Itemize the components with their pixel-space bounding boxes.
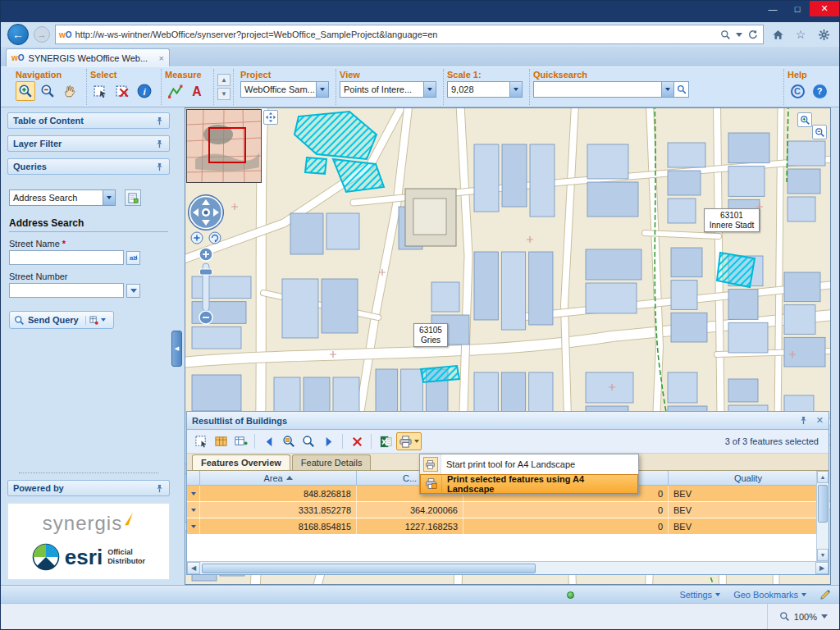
pin-icon[interactable] <box>155 162 164 171</box>
pan-center-icon[interactable] <box>204 211 208 215</box>
query-type-select[interactable]: Address Search <box>9 189 116 206</box>
menu-item-print-selected[interactable]: Print selected features using A4 Landsca… <box>420 474 638 494</box>
info-tool-button[interactable]: i <box>135 81 154 101</box>
street-name-input[interactable] <box>9 250 124 265</box>
query-form-button[interactable] <box>125 189 141 206</box>
quicksearch-go-button[interactable] <box>673 82 688 97</box>
refresh-icon[interactable] <box>747 30 758 40</box>
query-type-dropdown-icon[interactable] <box>103 190 115 205</box>
send-query-dropdown-icon[interactable] <box>101 318 106 322</box>
tab-feature-details[interactable]: Feature Details <box>292 454 372 470</box>
address-bar[interactable]: wO http://w-ws-wintner/WebOffice/synserv… <box>55 25 764 44</box>
panel-table-of-content[interactable]: Table of Content <box>7 112 170 129</box>
scroll-up-icon[interactable]: ▲ <box>817 471 829 483</box>
zoom-slider-thumb[interactable] <box>200 269 212 275</box>
view-select[interactable]: Points of Intere... <box>340 81 436 98</box>
map-zoom-in-button[interactable] <box>797 112 812 127</box>
tab-features-overview[interactable]: Features Overview <box>192 454 290 470</box>
horizontal-scrollbar[interactable]: ◀ ▶ <box>187 561 829 574</box>
zoom-to-feature-button[interactable] <box>299 432 317 450</box>
zoom-control[interactable]: 100% <box>767 604 839 629</box>
row-menu-icon[interactable] <box>187 486 200 501</box>
zoom-dropdown-icon[interactable] <box>821 614 828 619</box>
search-icon[interactable] <box>720 30 731 40</box>
settings-gear-icon[interactable] <box>815 25 833 43</box>
scale-select[interactable]: 9,028 <box>447 81 523 98</box>
print-dropdown-icon[interactable] <box>414 440 419 443</box>
pin-icon[interactable] <box>155 116 164 126</box>
clear-selection-button[interactable] <box>112 81 132 101</box>
hscroll-thumb[interactable] <box>202 564 536 573</box>
next-feature-button[interactable] <box>319 432 337 450</box>
panel-queries[interactable]: Queries <box>7 158 170 175</box>
zoom-out-tool-button[interactable] <box>38 81 57 101</box>
zoom-to-selection-button[interactable] <box>280 432 298 450</box>
quicksearch-dropdown-icon[interactable] <box>661 82 673 97</box>
geo-bookmarks-link[interactable]: Geo Bookmarks <box>733 590 806 600</box>
url-dropdown-icon[interactable] <box>736 33 742 37</box>
street-name-picker-button[interactable]: ab <box>126 251 140 265</box>
table-row[interactable]: 3331.852278 364.200066 0 BEV <box>187 502 829 518</box>
row-menu-icon[interactable] <box>187 502 200 518</box>
overview-map[interactable] <box>186 109 262 183</box>
pan-tool-button[interactable] <box>60 81 80 101</box>
query-options-icon[interactable] <box>89 316 98 325</box>
maximize-button[interactable]: □ <box>785 1 810 16</box>
project-dropdown-icon[interactable] <box>316 82 328 97</box>
column-header-area[interactable]: Area <box>200 471 357 485</box>
toolbar-scroll-up-icon[interactable]: ▲ <box>217 74 231 86</box>
row-menu-icon[interactable] <box>187 518 200 534</box>
selected-feature[interactable] <box>305 158 326 174</box>
pin-icon[interactable] <box>799 416 808 425</box>
pan-compass[interactable] <box>189 195 224 231</box>
table-row[interactable]: 8168.854815 1227.168253 0 BEV <box>187 518 829 535</box>
print-button[interactable] <box>396 432 422 450</box>
street-number-dropdown-button[interactable] <box>126 284 140 298</box>
edit-pencil-icon[interactable] <box>819 589 831 600</box>
column-settings-button[interactable] <box>231 432 249 450</box>
select-features-button[interactable] <box>90 81 110 101</box>
scroll-down-icon[interactable]: ▼ <box>817 549 829 561</box>
map-zoom-out-button[interactable] <box>812 125 827 139</box>
scale-dropdown-icon[interactable] <box>509 82 522 97</box>
result-panel-header[interactable]: Resultlist of Buildings ✕ <box>187 412 829 430</box>
help-button[interactable]: ? <box>810 81 829 101</box>
toolbar-scroll-down-icon[interactable]: ▼ <box>217 88 231 100</box>
home-icon[interactable] <box>769 25 787 43</box>
panel-powered-by[interactable]: Powered by <box>7 480 170 496</box>
vscroll-thumb[interactable] <box>818 485 828 523</box>
show-table-button[interactable] <box>212 432 230 450</box>
selected-feature[interactable] <box>421 366 459 382</box>
result-panel-close-icon[interactable]: ✕ <box>816 415 824 426</box>
previous-feature-button[interactable] <box>260 432 278 450</box>
vertical-scrollbar[interactable]: ▲ ▼ <box>816 471 829 561</box>
measure-tool-button[interactable] <box>165 81 185 101</box>
project-select[interactable]: WebOffice Sam... <box>240 81 329 98</box>
sidebar-collapse-button[interactable]: ◀ <box>171 331 182 367</box>
pin-icon[interactable] <box>155 139 164 148</box>
forward-button[interactable]: → <box>34 26 50 43</box>
identify-result-button[interactable] <box>192 432 210 450</box>
url-text[interactable]: http://w-ws-wintner/WebOffice/synserver?… <box>75 30 715 39</box>
excel-export-button[interactable] <box>377 432 395 450</box>
street-number-input[interactable] <box>9 283 124 298</box>
close-button[interactable]: ✕ <box>810 1 839 16</box>
selected-feature[interactable] <box>717 253 755 287</box>
overview-move-icon[interactable] <box>263 110 278 125</box>
settings-link[interactable]: Settings <box>679 590 720 600</box>
view-dropdown-icon[interactable] <box>423 82 436 97</box>
pin-icon[interactable] <box>155 484 164 493</box>
scroll-right-icon[interactable]: ▶ <box>815 562 829 574</box>
text-label-tool-button[interactable]: A <box>187 81 207 101</box>
favorites-star-icon[interactable]: ☆ <box>792 25 810 43</box>
scroll-left-icon[interactable]: ◀ <box>187 562 200 574</box>
browser-tab[interactable]: wO SYNERGIS WebOffice Web... × <box>6 48 170 66</box>
quicksearch-input[interactable] <box>534 82 661 97</box>
remove-selection-button[interactable] <box>348 432 366 450</box>
panel-layer-filter[interactable]: Layer Filter <box>7 135 170 152</box>
column-header-quality[interactable]: Quality <box>669 471 829 485</box>
send-query-button[interactable]: Send Query <box>9 311 114 329</box>
tab-close-icon[interactable]: × <box>159 53 164 63</box>
back-button[interactable]: ← <box>7 24 29 45</box>
contact-button[interactable]: C <box>788 81 807 101</box>
